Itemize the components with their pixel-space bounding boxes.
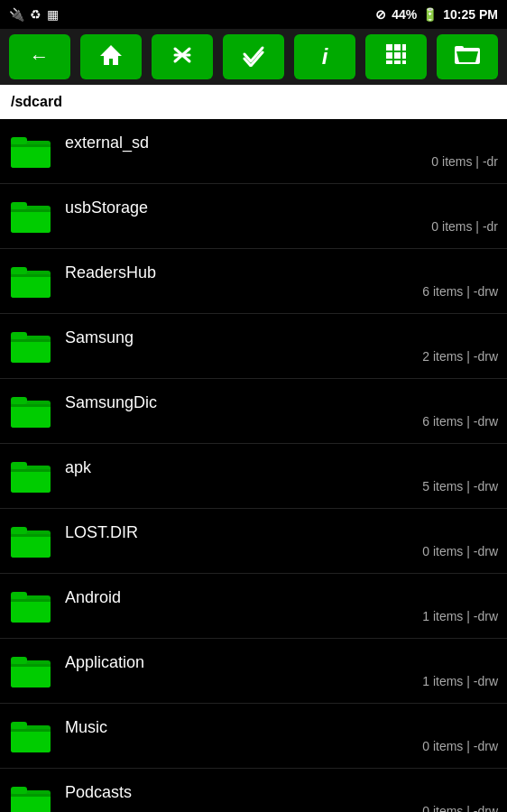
svg-rect-47 [11, 599, 51, 602]
folder-icon [9, 521, 52, 561]
file-name-meta: Music 0 items | -drw [65, 718, 498, 753]
file-name: Music [65, 718, 498, 737]
file-meta: 6 items | -drw [413, 414, 498, 429]
svg-marker-15 [456, 51, 478, 62]
file-meta: 0 items | -dr [422, 154, 498, 169]
home-button[interactable] [80, 34, 142, 79]
file-name: LOST.DIR [65, 523, 498, 542]
file-name: usbStorage [65, 198, 498, 217]
check-button[interactable] [223, 34, 284, 79]
open-folder-icon [454, 42, 481, 71]
file-name: Podcasts [65, 783, 498, 802]
folder-icon [9, 586, 52, 626]
list-item[interactable]: usbStorage 0 items | -dr [0, 184, 507, 249]
folder-icon [9, 262, 52, 301]
file-meta: 5 items | -drw [413, 479, 498, 494]
folder-icon [9, 716, 52, 756]
path-bar: /sdcard [0, 85, 507, 119]
file-name: apk [65, 458, 498, 477]
file-meta: 1 items | -drw [413, 674, 498, 688]
list-item[interactable]: apk 5 items | -drw [0, 444, 507, 509]
svg-rect-10 [386, 60, 392, 64]
file-name: external_sd [65, 134, 498, 152]
svg-rect-55 [11, 729, 51, 732]
list-item[interactable]: ReadersHub 6 items | -drw [0, 249, 507, 314]
file-meta: 0 items | -drw [413, 544, 498, 558]
file-meta: 6 items | -drw [413, 284, 498, 299]
file-name-meta: Samsung 2 items | -drw [65, 328, 498, 364]
grid-icon [384, 42, 408, 71]
svg-rect-41 [11, 527, 27, 534]
svg-rect-12 [402, 60, 406, 64]
file-name-meta: usbStorage 0 items | -dr [65, 198, 498, 234]
svg-rect-8 [394, 52, 401, 59]
svg-rect-43 [11, 534, 51, 537]
svg-rect-38 [11, 469, 51, 493]
recycle-icon: ♻ [30, 7, 41, 22]
home-icon [98, 42, 124, 72]
svg-rect-30 [11, 339, 51, 363]
svg-rect-26 [11, 274, 51, 298]
svg-rect-25 [11, 267, 27, 274]
file-meta: 1 items | -drw [413, 609, 498, 623]
info-icon: i [322, 44, 328, 69]
file-name-meta: apk 5 items | -drw [65, 458, 498, 494]
svg-rect-31 [11, 339, 51, 342]
list-item[interactable]: SamsungDic 6 items | -drw [0, 379, 507, 444]
file-meta: 0 items | -drw [413, 804, 498, 812]
usb-icon: 🔌 [9, 7, 24, 22]
folder-icon [9, 197, 52, 236]
list-item[interactable]: external_sd 0 items | -dr [0, 119, 507, 184]
svg-rect-18 [11, 144, 51, 168]
grid-button[interactable] [365, 34, 427, 79]
folder-icon [9, 132, 52, 171]
svg-rect-5 [394, 44, 401, 51]
back-icon: ← [30, 45, 50, 69]
svg-rect-23 [11, 209, 51, 212]
do-not-disturb-icon: ⊘ [375, 7, 386, 22]
svg-rect-29 [11, 332, 27, 339]
svg-rect-59 [11, 794, 51, 797]
file-name-meta: external_sd 0 items | -dr [65, 134, 498, 169]
svg-rect-54 [11, 729, 51, 752]
check-icon [241, 42, 266, 72]
status-bar: 🔌 ♻ ▦ ⊘ 44% 🔋 10:25 PM [0, 0, 507, 29]
list-item[interactable]: Podcasts 0 items | -drw [0, 769, 507, 812]
status-icons: 🔌 ♻ ▦ [9, 7, 59, 22]
list-item[interactable]: Music 0 items | -drw [0, 704, 507, 769]
folder-icon [9, 327, 52, 366]
svg-rect-27 [11, 274, 51, 277]
file-name: Samsung [65, 328, 498, 347]
svg-rect-14 [455, 46, 464, 51]
svg-rect-39 [11, 469, 51, 472]
toolbar: ← i [0, 29, 507, 85]
svg-rect-35 [11, 404, 51, 407]
info-button[interactable]: i [294, 34, 355, 79]
file-name: ReadersHub [65, 263, 498, 282]
file-name-meta: ReadersHub 6 items | -drw [65, 263, 498, 299]
tools-button[interactable] [152, 34, 213, 79]
list-item[interactable]: LOST.DIR 0 items | -drw [0, 509, 507, 574]
status-right: ⊘ 44% 🔋 10:25 PM [375, 7, 498, 22]
svg-rect-58 [11, 794, 51, 813]
svg-rect-50 [11, 664, 51, 687]
back-button[interactable]: ← [9, 34, 70, 79]
file-name-meta: Android 1 items | -drw [65, 588, 498, 623]
file-name: SamsungDic [65, 393, 498, 412]
svg-rect-53 [11, 722, 27, 729]
svg-rect-51 [11, 664, 51, 667]
folder-icon [9, 392, 52, 431]
svg-rect-21 [11, 202, 27, 209]
file-list: external_sd 0 items | -dr usbStorage 0 i… [0, 119, 507, 812]
list-item[interactable]: Android 1 items | -drw [0, 574, 507, 639]
svg-rect-9 [402, 52, 406, 59]
list-item[interactable]: Samsung 2 items | -drw [0, 314, 507, 379]
svg-rect-22 [11, 209, 51, 233]
svg-marker-0 [100, 45, 122, 65]
list-item[interactable]: Application 1 items | -drw [0, 639, 507, 704]
file-name-meta: LOST.DIR 0 items | -drw [65, 523, 498, 558]
open-folder-button[interactable] [437, 34, 498, 79]
current-path: /sdcard [11, 94, 62, 110]
svg-rect-7 [386, 52, 392, 59]
svg-rect-11 [394, 60, 401, 64]
